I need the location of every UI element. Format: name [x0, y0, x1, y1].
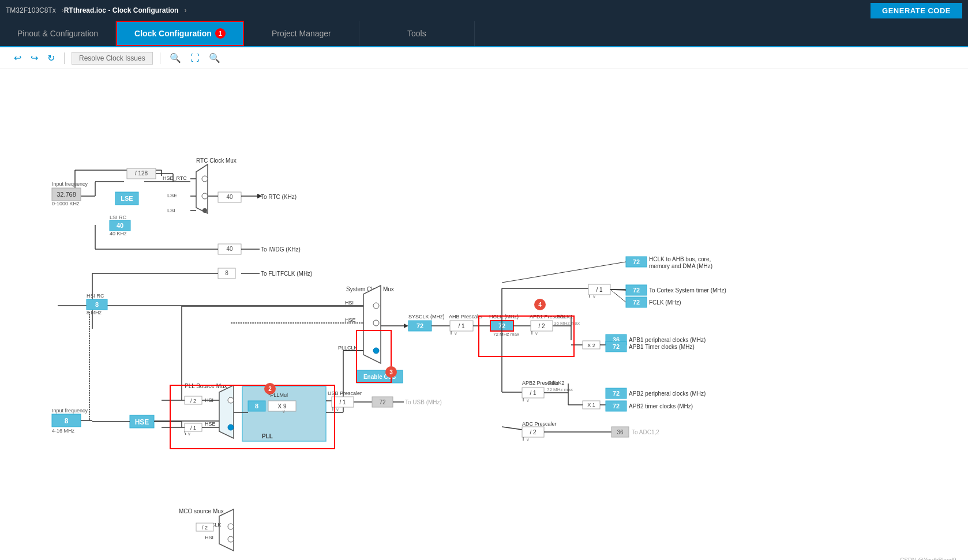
svg-point-216: [228, 524, 234, 529]
svg-text:2: 2: [268, 386, 272, 392]
svg-text:FCLK (MHz): FCLK (MHz): [649, 299, 681, 306]
svg-point-51: [373, 320, 379, 326]
svg-text:∨: ∨: [336, 407, 339, 412]
svg-text:LSI RC: LSI RC: [110, 215, 127, 220]
svg-text:To ADC1,2: To ADC1,2: [632, 429, 659, 435]
nav-tabs: Pinout & Configuration Clock Configurati…: [0, 21, 968, 47]
svg-text:0-1000 KHz: 0-1000 KHz: [52, 201, 80, 206]
svg-text:To Cortex System timer (MHz): To Cortex System timer (MHz): [649, 287, 726, 294]
svg-text:72: 72: [613, 390, 620, 397]
svg-text:/ 1: / 1: [530, 390, 536, 396]
svg-text:72 MHz max: 72 MHz max: [547, 387, 573, 392]
tab-clock[interactable]: Clock Configuration 1: [116, 21, 244, 46]
main-content: / 128 HSE_RTC LSE LSI 40 To RTC (KHz): [0, 69, 968, 560]
zoom-in-button[interactable]: 🔍: [167, 51, 183, 65]
svg-text:To IWDG (KHz): To IWDG (KHz): [261, 246, 301, 253]
svg-text:PCLK2: PCLK2: [548, 380, 565, 386]
svg-text:PLLCLK: PLLCLK: [338, 345, 358, 351]
svg-text:LSI: LSI: [167, 208, 175, 213]
svg-text:/ 1: / 1: [458, 323, 465, 329]
svg-text:ADC Prescaler: ADC Prescaler: [522, 421, 557, 427]
svg-text:∨: ∨: [535, 331, 538, 336]
svg-text:∨: ∨: [526, 398, 530, 403]
svg-text:36 MHz max: 36 MHz max: [554, 321, 580, 326]
fit-button[interactable]: ⛶: [188, 52, 202, 65]
svg-text:/ 2: / 2: [202, 525, 208, 531]
tab-tools[interactable]: Tools: [359, 21, 475, 46]
svg-text:∨: ∨: [454, 331, 457, 336]
svg-line-152: [185, 431, 186, 435]
svg-text:32.768: 32.768: [57, 191, 76, 198]
svg-text:4: 4: [538, 302, 542, 308]
svg-text:/ 128: / 128: [135, 170, 148, 176]
svg-text:LSE: LSE: [121, 195, 133, 202]
breadcrumb-chip[interactable]: TM32F103C8Tx ›: [6, 6, 64, 14]
svg-text:X 1: X 1: [587, 402, 595, 408]
svg-point-52: [373, 303, 379, 309]
svg-text:∨: ∨: [592, 294, 596, 299]
svg-text:RTC Clock Mux: RTC Clock Mux: [196, 157, 237, 164]
svg-text:/ 2: / 2: [530, 429, 536, 435]
svg-text:SYSCLK (MHz): SYSCLK (MHz): [408, 314, 445, 320]
svg-text:LSE: LSE: [167, 193, 177, 198]
svg-text:To RTC (KHz): To RTC (KHz): [261, 194, 297, 200]
svg-text:8: 8: [225, 270, 228, 276]
resolve-clock-button[interactable]: Resolve Clock Issues: [72, 52, 153, 65]
svg-text:To FLITFCLK (MHz): To FLITFCLK (MHz): [261, 270, 312, 277]
svg-point-217: [228, 536, 234, 542]
generate-code-button[interactable]: GENERATE CODE: [871, 3, 962, 18]
svg-text:72: 72: [613, 403, 620, 409]
zoom-out-button[interactable]: 🔍: [207, 51, 223, 65]
svg-text:/ 1: / 1: [596, 287, 603, 293]
svg-text:/ 1: / 1: [190, 425, 196, 431]
svg-marker-13: [196, 164, 208, 213]
svg-text:PLL Source Mux: PLL Source Mux: [185, 383, 227, 389]
svg-text:APB1 peripheral clocks (MHz): APB1 peripheral clocks (MHz): [629, 337, 706, 343]
svg-text:8: 8: [255, 403, 258, 409]
svg-text:CSDN @YouthBlood9: CSDN @YouthBlood9: [900, 557, 956, 560]
svg-line-133: [502, 427, 522, 430]
svg-point-20: [202, 208, 207, 213]
svg-text:/ 2: / 2: [190, 398, 196, 404]
svg-marker-54: [404, 324, 408, 328]
svg-text:8 MHz: 8 MHz: [87, 310, 102, 315]
svg-text:HSE: HSE: [135, 418, 149, 426]
svg-text:40 KHz: 40 KHz: [110, 231, 127, 236]
svg-text:8: 8: [65, 417, 69, 425]
svg-text:USB Prescaler: USB Prescaler: [328, 390, 362, 396]
redo-button[interactable]: ↪: [28, 51, 40, 65]
refresh-button[interactable]: ↻: [45, 51, 57, 65]
tab-pinout[interactable]: Pinout & Configuration: [0, 21, 116, 46]
svg-text:72: 72: [379, 399, 386, 405]
svg-text:∨: ∨: [526, 437, 530, 442]
svg-text:PLL: PLL: [262, 433, 273, 439]
svg-text:Input frequency: Input frequency: [52, 181, 88, 187]
svg-line-108: [610, 290, 626, 290]
svg-text:To USB (MHz): To USB (MHz): [405, 399, 442, 405]
toolbar: ↩ ↪ ↻ Resolve Clock Issues 🔍 ⛶ 🔍: [0, 47, 968, 69]
svg-text:HSE: HSE: [345, 317, 356, 323]
svg-text:∨: ∨: [187, 431, 191, 437]
tab-clock-badge: 1: [215, 28, 226, 39]
undo-button[interactable]: ↩: [12, 51, 24, 65]
tab-project[interactable]: Project Manager: [244, 21, 359, 46]
svg-text:X 2: X 2: [587, 343, 595, 348]
svg-point-21: [202, 176, 208, 182]
svg-point-156: [228, 397, 234, 403]
svg-text:APB2 peripheral clocks (MHz): APB2 peripheral clocks (MHz): [629, 390, 706, 397]
svg-text:∨: ∨: [282, 409, 286, 414]
svg-text:72: 72: [633, 299, 640, 306]
svg-text:HSI RC: HSI RC: [87, 293, 104, 299]
svg-line-107: [502, 262, 626, 283]
svg-point-157: [228, 424, 234, 430]
svg-text:72: 72: [417, 322, 423, 329]
svg-point-50: [373, 348, 379, 354]
svg-text:72: 72: [633, 258, 640, 265]
svg-text:MCO source Mux: MCO source Mux: [179, 508, 224, 514]
svg-text:4-16 MHz: 4-16 MHz: [52, 428, 75, 434]
svg-text:3: 3: [389, 369, 393, 375]
svg-line-109: [610, 290, 626, 302]
svg-text:72: 72: [633, 287, 640, 294]
breadcrumb-file[interactable]: RTthread.ioc - Clock Configuration ›: [64, 6, 187, 14]
svg-text:72 MHz max: 72 MHz max: [493, 332, 519, 337]
